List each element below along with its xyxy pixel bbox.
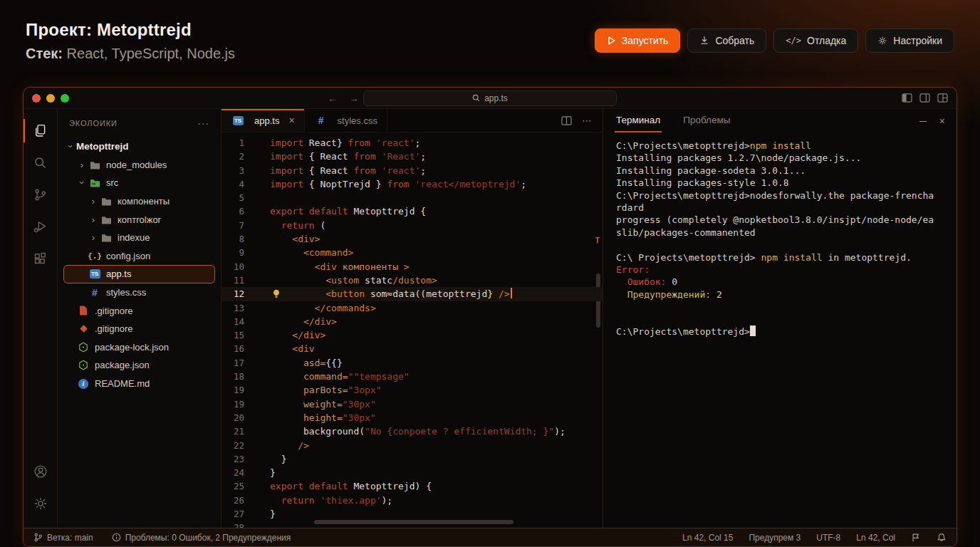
code-line[interactable]: 10 <div компоненты > <box>221 260 603 274</box>
code-line[interactable]: 25export default Metopttrejd) { <box>221 479 603 493</box>
status-text[interactable]: Предупрем 3 <box>749 533 801 543</box>
forward-icon[interactable]: → <box>349 93 359 104</box>
status-text[interactable]: Ln 42, Col <box>856 533 895 543</box>
file-tree-item[interactable]: .gitignore <box>58 320 221 338</box>
activitybar-extensions[interactable] <box>24 243 58 275</box>
activitybar-search[interactable] <box>24 147 58 179</box>
file-tree-item[interactable]: ›node_modules <box>58 156 221 174</box>
code-line[interactable]: 4import { NoptTrejd } from 'react</metop… <box>221 177 603 191</box>
code-line[interactable]: 3import { React from 'react'; <box>221 164 603 177</box>
code-line[interactable]: 12 <button som≈data((metopttrejd} /> <box>221 287 603 301</box>
gear-icon <box>877 36 887 46</box>
status-text[interactable]: Ln 42, Col 15 <box>682 533 733 543</box>
line-number: 5 <box>221 191 253 204</box>
activitybar-run-debug[interactable] <box>24 211 58 243</box>
file-tree-item[interactable]: ›Metopttrejd <box>58 137 221 156</box>
file-tree-item[interactable]: {.}config.json <box>58 247 221 266</box>
toggle-sidebar-icon[interactable] <box>902 93 912 103</box>
code-line[interactable]: 1import React} from 'react'; <box>221 136 603 150</box>
minimize-window-icon[interactable] <box>46 94 55 103</box>
code-line[interactable]: 19 weight="30px" <box>221 397 603 411</box>
toggle-panel-icon[interactable] <box>919 93 930 103</box>
code-editor[interactable]: T 1import React} from 'react';2import { … <box>221 132 603 528</box>
settings-button[interactable]: Настройки <box>865 28 954 53</box>
file-tree-item[interactable]: ›компоненты <box>58 192 221 211</box>
line-number: 12 <box>221 287 253 301</box>
code-line[interactable]: 5 <box>221 191 603 204</box>
code-line[interactable]: 8 <div> <box>221 232 603 246</box>
code-line[interactable]: 9 <command> <box>221 246 603 259</box>
code-line[interactable]: 19 parBots="3opx" <box>221 383 603 397</box>
code-line[interactable]: 21 background("No {conpoete ? efficientW… <box>221 424 603 438</box>
line-number: 23 <box>221 452 253 466</box>
split-editor-icon[interactable] <box>561 116 572 125</box>
activitybar-account[interactable] <box>24 455 58 487</box>
line-number: 6 <box>221 204 253 218</box>
search-value: app.ts <box>484 93 508 103</box>
code-line[interactable]: 27} <box>221 507 603 521</box>
status-branch-item[interactable]: Ветка: main <box>33 533 93 543</box>
file-tree-item[interactable]: ›src <box>58 174 221 192</box>
code-line[interactable]: 18 command=""tempsage" <box>221 370 603 383</box>
code-line[interactable]: 15 </div> <box>221 328 603 342</box>
close-icon[interactable]: × <box>288 115 294 126</box>
editor-pane: TSapp.ts×#styles.css ⋯ T 1import React} … <box>221 109 603 528</box>
file-tree-item[interactable]: package-lock.json <box>58 338 221 357</box>
nav-arrows: ← → <box>328 93 359 104</box>
folder-icon <box>99 197 113 206</box>
minimize-icon[interactable]: ─ <box>919 115 927 127</box>
file-name: src <box>106 177 118 188</box>
code-line[interactable]: 28 <box>221 521 603 528</box>
bell-icon[interactable] <box>937 533 947 543</box>
activitybar-explorer[interactable] <box>24 115 58 147</box>
back-icon[interactable]: ← <box>328 93 338 104</box>
file-name: .gitignore <box>95 306 132 316</box>
file-tree-item[interactable]: .gitignore <box>58 301 221 320</box>
debug-button[interactable]: </> Отладка <box>773 28 858 53</box>
file-tree-item[interactable]: ›коnтrolжor <box>58 210 221 229</box>
close-icon[interactable]: × <box>939 115 945 127</box>
more-icon[interactable]: ··· <box>197 118 209 129</box>
terminal-line: Error: <box>616 264 956 276</box>
toggle-layout-icon[interactable] <box>937 93 948 103</box>
code-line[interactable]: 22 /> <box>221 439 603 452</box>
build-button[interactable]: Собрать <box>687 28 766 53</box>
code-line[interactable]: 7 return ( <box>221 219 603 232</box>
feedback-icon[interactable] <box>911 533 921 543</box>
command-search-input[interactable]: app.ts <box>363 90 617 106</box>
file-tree-item[interactable]: package.json <box>58 356 221 375</box>
close-window-icon[interactable] <box>32 94 41 103</box>
file-tree-item[interactable]: iREADME.md <box>58 375 221 393</box>
download-icon <box>699 36 709 46</box>
code-line[interactable]: 6export default Metopttrejd { <box>221 204 603 218</box>
file-tree-item[interactable]: TSapp.ts <box>63 265 215 283</box>
status-text[interactable]: UTF-8 <box>816 533 840 543</box>
more-icon[interactable]: ⋯ <box>582 115 593 126</box>
code-text: } <box>253 466 276 479</box>
terminal-tab-Терминал[interactable]: Терминал <box>615 109 662 132</box>
file-tree-item[interactable]: ›indexue <box>58 229 221 247</box>
git-file-icon <box>76 306 90 316</box>
editor-tab-app-ts[interactable]: TSapp.ts× <box>221 109 305 132</box>
code-line[interactable]: 24} <box>221 466 603 479</box>
code-line[interactable]: 2import { React from 'React'; <box>221 150 603 163</box>
file-tree-item[interactable]: #styles.css <box>58 283 221 302</box>
code-line[interactable]: 11 <ustom statc/dustom> <box>221 274 603 287</box>
status-info-item[interactable]: Проблемы: 0 Ошибок, 2 Предупреждения <box>112 533 291 543</box>
activitybar-source-control[interactable] <box>24 179 58 211</box>
code-line[interactable]: 14 </div> <box>221 315 603 328</box>
terminal-tab-Проблемы[interactable]: Проблемы <box>682 109 731 132</box>
code-line[interactable]: 16 <div <box>221 342 603 355</box>
editor-tab-styles-css[interactable]: #styles.css <box>305 109 387 132</box>
run-button[interactable]: Запустить <box>595 28 681 53</box>
page-title: Проект: Metopttrejd <box>26 20 235 40</box>
code-line[interactable]: 26 return 'thiex.app'); <box>221 494 603 507</box>
code-line[interactable]: 23 } <box>221 452 603 466</box>
maximize-window-icon[interactable] <box>61 94 69 103</box>
code-line[interactable]: 20 height="30px" <box>221 411 603 424</box>
code-line[interactable]: 17 asd={{} <box>221 356 603 370</box>
terminal-output[interactable]: C:\Projects\metopttrejd>npm installInsta… <box>603 132 956 528</box>
activitybar-settings[interactable] <box>24 487 58 519</box>
ide-window: ← → app.ts <box>23 87 957 547</box>
code-line[interactable]: 13 </commands> <box>221 301 603 315</box>
